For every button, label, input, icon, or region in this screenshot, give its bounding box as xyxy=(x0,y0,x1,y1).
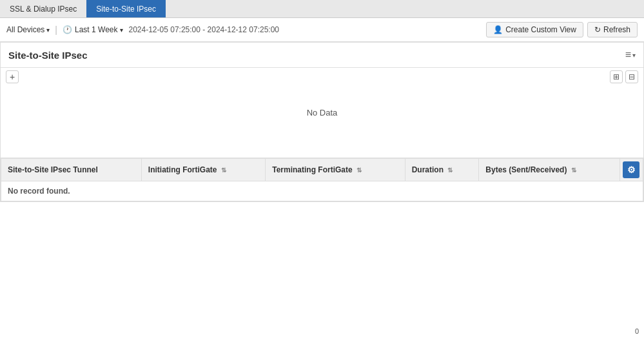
section-header: Site-to-Site IPsec ≡ ▾ xyxy=(1,43,643,68)
no-data-text: No Data xyxy=(307,108,338,117)
create-custom-view-label: Create Custom View xyxy=(505,25,576,34)
time-range-filter[interactable]: 🕐 Last 1 Week ▾ xyxy=(63,25,123,34)
refresh-button[interactable]: ↻ Refresh xyxy=(587,22,638,37)
chart-add-button[interactable]: + xyxy=(6,70,19,83)
filter-bar: All Devices ▾ | 🕐 Last 1 Week ▾ 2024-12-… xyxy=(0,18,644,42)
table-header-row: Site-to-Site IPsec Tunnel Initiating For… xyxy=(1,159,643,181)
chart-top-right-actions: ⊞ ⊟ xyxy=(610,70,638,83)
chevron-down-icon: ▾ xyxy=(632,52,636,59)
table-row-no-record: No record found. xyxy=(1,181,643,201)
chart-area: + No Data ⊞ ⊟ xyxy=(1,68,643,158)
col-bytes[interactable]: Bytes (Sent/Received) ⇅ xyxy=(479,159,620,181)
devices-filter[interactable]: All Devices ▾ xyxy=(6,25,50,34)
col-tunnel-label: Site-to-Site IPsec Tunnel xyxy=(8,165,98,174)
separator: | xyxy=(55,25,57,35)
chevron-down-icon: ▾ xyxy=(46,26,50,34)
gear-icon: ⚙ xyxy=(627,165,636,175)
tab-ssl-dialup[interactable]: SSL & Dialup IPsec xyxy=(0,0,86,17)
time-label: Last 1 Week xyxy=(75,25,117,34)
table-settings-button[interactable]: ⚙ xyxy=(623,161,639,178)
create-custom-view-button[interactable]: 👤 Create Custom View xyxy=(486,22,583,37)
refresh-icon: ↻ xyxy=(594,25,601,34)
tab-site-to-site[interactable]: Site-to-Site IPsec xyxy=(86,0,166,17)
data-table: Site-to-Site IPsec Tunnel Initiating For… xyxy=(1,158,643,201)
section-menu-button[interactable]: ≡ ▾ xyxy=(625,49,636,61)
col-duration-label: Duration xyxy=(412,165,444,174)
col-terminating[interactable]: Terminating FortiGate ⇅ xyxy=(266,159,405,181)
hamburger-icon: ≡ xyxy=(625,49,631,61)
col-settings: ⚙ xyxy=(620,159,643,181)
devices-label: All Devices xyxy=(6,25,44,34)
date-range-text: 2024-12-05 07:25:00 - 2024-12-12 07:25:0… xyxy=(128,25,279,34)
col-initiating-label: Initiating FortiGate xyxy=(148,165,217,174)
time-chevron-icon: ▾ xyxy=(120,26,123,34)
main-content: Site-to-Site IPsec ≡ ▾ + No Data ⊞ ⊟ Sit… xyxy=(0,42,644,202)
col-bytes-label: Bytes (Sent/Received) xyxy=(485,165,567,174)
right-actions: 👤 Create Custom View ↻ Refresh xyxy=(486,22,638,37)
col-tunnel: Site-to-Site IPsec Tunnel xyxy=(1,159,142,181)
sort-icon: ⇅ xyxy=(447,167,453,174)
col-duration[interactable]: Duration ⇅ xyxy=(405,159,479,181)
chart-toolbar: + xyxy=(6,70,19,83)
chart-image-button[interactable]: ⊟ xyxy=(625,70,638,83)
col-initiating[interactable]: Initiating FortiGate ⇅ xyxy=(141,159,265,181)
custom-view-icon: 👤 xyxy=(493,25,503,34)
no-record-text: No record found. xyxy=(1,181,643,201)
chart-export-button[interactable]: ⊞ xyxy=(610,70,623,83)
sort-icon: ⇅ xyxy=(221,167,226,174)
sort-icon: ⇅ xyxy=(571,167,576,174)
sort-icon: ⇅ xyxy=(356,167,362,174)
clock-icon: 🕐 xyxy=(63,25,72,34)
col-terminating-label: Terminating FortiGate xyxy=(272,165,352,174)
section-title: Site-to-Site IPsec xyxy=(8,50,88,61)
tabs-bar: SSL & Dialup IPsec Site-to-Site IPsec xyxy=(0,0,644,18)
refresh-label: Refresh xyxy=(603,25,630,34)
